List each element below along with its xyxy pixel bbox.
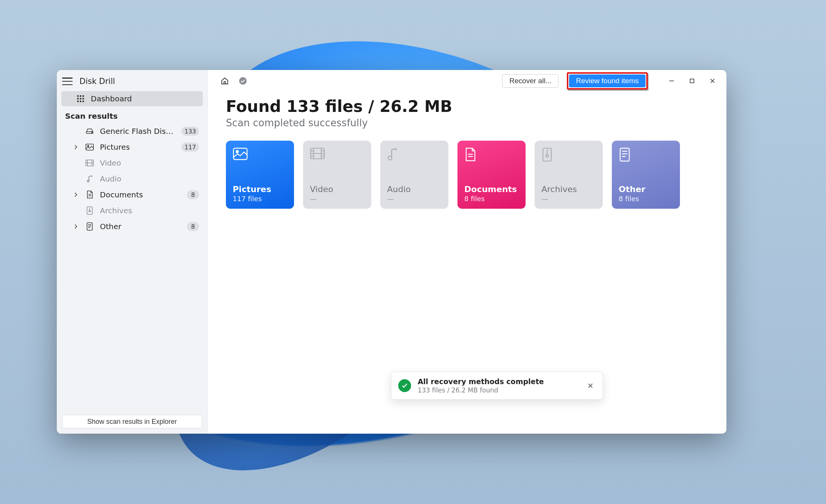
card-title: Audio	[387, 185, 442, 194]
topbar: Recover all... Review found items	[208, 70, 726, 90]
drive-icon	[84, 128, 95, 134]
toast-sub: 133 files / 26.2 MB found	[418, 386, 578, 394]
close-icon[interactable]	[585, 380, 596, 391]
svg-point-31	[236, 150, 238, 153]
sidebar-item-video[interactable]: Video	[61, 155, 203, 171]
sidebar-item-label: Video	[100, 158, 199, 167]
card-title: Archives	[541, 185, 596, 194]
check-circle-icon[interactable]	[236, 74, 249, 87]
count-badge: 117	[181, 143, 199, 152]
svg-rect-22	[89, 211, 90, 212]
scan-results-list: Generic Flash Disk USB... 133 Pictures 1…	[57, 124, 207, 235]
sidebar-item-archives[interactable]: Archives	[61, 203, 203, 218]
home-icon[interactable]	[218, 74, 231, 87]
recover-all-button[interactable]: Recover all...	[502, 74, 558, 88]
count-badge: 8	[187, 222, 199, 231]
card-sub	[541, 195, 596, 203]
hamburger-icon[interactable]	[62, 78, 73, 85]
svg-rect-7	[80, 101, 81, 102]
card-sub	[310, 195, 364, 203]
audio-icon	[387, 147, 401, 161]
svg-rect-45	[546, 155, 548, 157]
svg-rect-2	[82, 95, 84, 97]
document-icon	[84, 191, 95, 199]
close-button[interactable]	[702, 73, 723, 89]
chevron-right-icon	[72, 145, 79, 149]
sidebar-footer: Show scan results in Explorer	[57, 411, 207, 434]
sidebar: Disk Drill Dashboard Scan results Generi…	[57, 70, 208, 434]
svg-rect-4	[80, 98, 81, 99]
sidebar-item-label: Generic Flash Disk USB...	[100, 127, 177, 136]
card-sub: 8 files	[464, 195, 519, 203]
card-title: Documents	[464, 185, 519, 194]
sidebar-item-label: Archives	[100, 206, 199, 215]
section-scan-results: Scan results	[57, 107, 207, 124]
sidebar-header: Disk Drill	[57, 70, 207, 91]
completion-toast: All recovery methods complete 133 files …	[391, 372, 603, 400]
card-documents[interactable]: Documents 8 files	[457, 141, 526, 209]
review-highlight: Review found items	[567, 72, 648, 90]
archive-icon	[84, 206, 95, 215]
card-title: Pictures	[233, 185, 287, 194]
category-cards: Pictures 117 files Video Audio	[226, 141, 708, 209]
picture-icon	[233, 147, 246, 161]
show-in-explorer-button[interactable]: Show scan results in Explorer	[62, 415, 202, 428]
check-icon	[398, 379, 411, 392]
toast-title: All recovery methods complete	[418, 377, 578, 386]
svg-rect-0	[77, 95, 79, 97]
document-icon	[464, 147, 478, 161]
sidebar-item-label: Pictures	[100, 143, 177, 152]
content: Found 133 files / 26.2 MB Scan completed…	[208, 90, 726, 216]
main-area: Recover all... Review found items Found …	[208, 70, 726, 434]
video-icon	[84, 160, 95, 166]
app-title: Disk Drill	[79, 77, 115, 86]
card-title: Other	[619, 185, 673, 194]
sidebar-item-drive[interactable]: Generic Flash Disk USB... 133	[61, 124, 203, 139]
card-other[interactable]: Other 8 files	[612, 141, 680, 209]
audio-icon	[84, 175, 95, 183]
summary-headline: Found 133 files / 26.2 MB	[226, 97, 708, 116]
card-sub: 8 files	[619, 195, 673, 203]
count-badge: 133	[181, 127, 199, 136]
svg-rect-5	[82, 98, 84, 99]
nav-label: Dashboard	[91, 94, 199, 103]
svg-rect-30	[233, 148, 247, 160]
other-icon	[619, 147, 632, 161]
svg-point-12	[87, 145, 89, 146]
card-title: Video	[310, 185, 364, 194]
count-badge: 8	[187, 190, 199, 199]
card-audio[interactable]: Audio	[380, 141, 448, 209]
svg-rect-8	[82, 101, 84, 102]
card-pictures[interactable]: Pictures 117 files	[226, 141, 294, 209]
sidebar-item-documents[interactable]: Documents 8	[61, 187, 203, 202]
sidebar-item-pictures[interactable]: Pictures 117	[61, 140, 203, 155]
summary-subhead: Scan completed successfully	[226, 117, 708, 129]
other-icon	[84, 222, 95, 231]
archive-icon	[541, 147, 555, 161]
review-found-items-button[interactable]: Review found items	[569, 74, 646, 87]
svg-rect-23	[87, 223, 92, 230]
minimize-button[interactable]	[661, 73, 682, 89]
video-icon	[310, 147, 324, 161]
nav-dashboard[interactable]: Dashboard	[61, 91, 203, 106]
window-controls	[661, 73, 723, 89]
chevron-right-icon	[72, 192, 79, 197]
svg-point-10	[92, 132, 92, 133]
chevron-right-icon	[72, 224, 79, 229]
nav-list: Dashboard	[57, 91, 207, 107]
maximize-button[interactable]	[682, 73, 702, 89]
sidebar-item-label: Other	[100, 222, 182, 231]
svg-rect-1	[80, 95, 81, 97]
svg-rect-46	[620, 148, 629, 161]
svg-point-17	[87, 180, 89, 182]
svg-rect-29	[690, 79, 694, 83]
card-archives[interactable]: Archives	[535, 141, 603, 209]
svg-rect-3	[77, 98, 79, 99]
card-sub	[387, 195, 442, 203]
app-window: Disk Drill Dashboard Scan results Generi…	[57, 70, 726, 434]
grid-icon	[75, 95, 86, 102]
card-video[interactable]: Video	[303, 141, 371, 209]
sidebar-item-other[interactable]: Other 8	[61, 219, 203, 234]
sidebar-item-audio[interactable]: Audio	[61, 171, 203, 186]
sidebar-item-label: Audio	[100, 174, 199, 183]
